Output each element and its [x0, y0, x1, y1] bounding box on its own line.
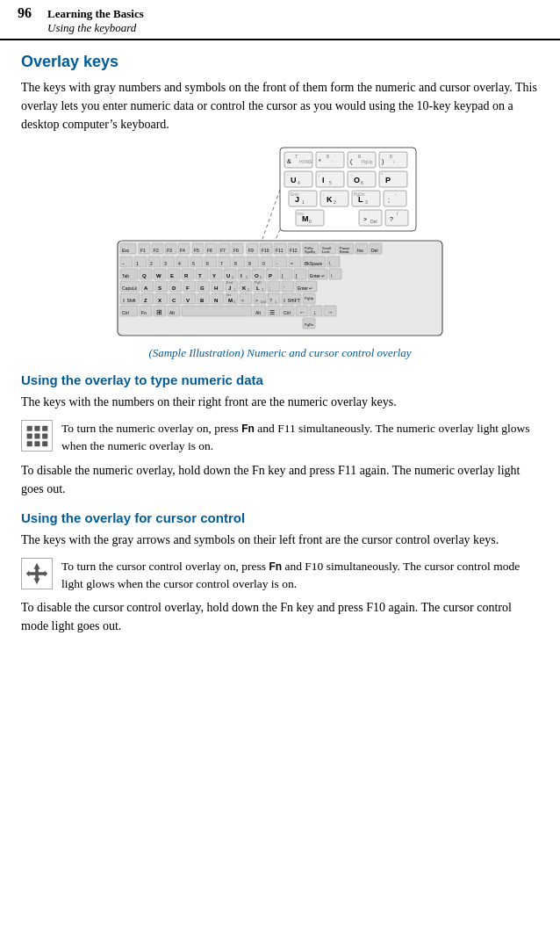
note-text-cursor-on: To turn the cursor control overlay on, p…: [61, 558, 539, 594]
numeric-data-title: Using the overlay to type numeric data: [21, 372, 539, 387]
svg-text:.: .: [254, 293, 255, 297]
svg-text:W: W: [156, 273, 162, 278]
svg-text:O: O: [255, 273, 259, 278]
keyboard-svg: & 7 HOME * 8 ↑ ( 9 PgUp ) 0 / U ← 4: [113, 146, 456, 339]
svg-text:End: End: [291, 192, 298, 197]
svg-text:7: 7: [220, 261, 223, 266]
svg-text:Fn: Fn: [141, 310, 147, 315]
svg-rect-240: [182, 306, 252, 316]
svg-text:0: 0: [309, 219, 312, 224]
svg-text:F9: F9: [248, 248, 254, 253]
page-header: 96 Learning the Basics Using the keyboar…: [0, 0, 560, 40]
svg-text:F3: F3: [167, 248, 172, 253]
svg-text:3: 3: [164, 261, 167, 266]
svg-text:1: 1: [136, 261, 139, 266]
svg-text:Esc: Esc: [122, 248, 130, 253]
numeric-data-body2: To disable the numeric overlay, hold dow…: [21, 461, 539, 498]
svg-text:V: V: [186, 298, 190, 303]
svg-text:F6: F6: [207, 248, 212, 253]
svg-text:': ': [284, 285, 284, 291]
svg-text:?: ?: [269, 298, 272, 303]
svg-text:↓: ↓: [313, 309, 317, 315]
svg-text:<: <: [241, 298, 244, 303]
svg-text:Alt: Alt: [255, 310, 261, 315]
svg-text:D: D: [172, 285, 176, 291]
svg-rect-257: [42, 426, 47, 431]
cursor-overlay-icon: [21, 558, 53, 589]
svg-text:Ctrl: Ctrl: [284, 310, 291, 315]
overlay-keys-body: The keys with gray numbers and symbols o…: [21, 78, 539, 134]
svg-text:O: O: [354, 176, 360, 184]
svg-text:→: →: [253, 268, 256, 272]
svg-text:←: ←: [286, 172, 291, 177]
svg-text:2: 2: [334, 199, 336, 205]
svg-text:,: ,: [369, 211, 370, 216]
svg-text:E: E: [170, 273, 174, 278]
svg-text:↑: ↑: [331, 159, 334, 164]
svg-text:9: 9: [248, 261, 251, 266]
svg-text:⊞: ⊞: [156, 308, 162, 316]
note-text-numeric-on: To turn the numeric overlay on, press Fn…: [61, 420, 539, 456]
svg-text:F11: F11: [276, 248, 284, 253]
svg-text:&: &: [287, 158, 291, 164]
svg-text:←: ←: [299, 309, 305, 315]
svg-text:Lock: Lock: [322, 249, 329, 254]
svg-marker-264: [26, 562, 48, 584]
svg-text:5: 5: [192, 261, 195, 266]
svg-text:N: N: [214, 298, 218, 303]
svg-text:?: ?: [390, 216, 393, 222]
svg-text:F2: F2: [154, 248, 159, 253]
svg-text:G: G: [200, 285, 205, 291]
svg-text:Enter ↵: Enter ↵: [298, 285, 312, 291]
svg-text:*: *: [381, 172, 383, 177]
overlay-keys-title: Overlay keys: [21, 53, 539, 71]
svg-text:Q: Q: [142, 273, 147, 278]
svg-text:5: 5: [329, 180, 332, 185]
svg-text:PgDn: PgDn: [354, 192, 365, 197]
svg-text:U: U: [226, 273, 230, 278]
svg-text:F: F: [186, 285, 190, 291]
svg-text:>: >: [255, 298, 258, 303]
svg-text:;: ;: [269, 285, 270, 291]
svg-text:M: M: [228, 298, 233, 303]
svg-text:K: K: [327, 195, 333, 204]
svg-text:>: >: [363, 216, 367, 222]
cursor-icon-svg: [25, 561, 49, 586]
svg-text:SysRq: SysRq: [305, 249, 315, 254]
svg-text:↓: ↓: [318, 172, 320, 177]
svg-text:PgD: PgD: [255, 280, 262, 285]
svg-text:X: X: [158, 298, 162, 303]
svg-text:Del: Del: [261, 300, 266, 304]
svg-text:J: J: [228, 285, 231, 291]
svg-text:H: H: [214, 285, 218, 291]
svg-text:Enter ↵: Enter ↵: [310, 273, 325, 278]
svg-text:6: 6: [361, 180, 363, 185]
svg-text:F10: F10: [262, 248, 269, 253]
svg-text:Ins: Ins: [357, 248, 363, 253]
keyboard-figure: & 7 HOME * 8 ↑ ( 9 PgUp ) 0 / U ← 4: [21, 146, 539, 360]
svg-text:0: 0: [390, 154, 392, 159]
svg-rect-263: [42, 441, 47, 446]
svg-text:C: C: [172, 298, 176, 303]
svg-text:): ): [382, 158, 384, 165]
svg-text:*: *: [319, 158, 321, 164]
svg-text:P: P: [385, 176, 391, 184]
fn-key-label: Fn: [241, 423, 255, 435]
svg-text:Alt: Alt: [169, 310, 175, 315]
svg-rect-29: [379, 171, 407, 187]
svg-text:2: 2: [150, 261, 153, 266]
svg-text:Ins: Ins: [298, 211, 304, 216]
svg-text:F4: F4: [180, 248, 185, 253]
keyboard-caption: (Sample Illustration) Numeric and cursor…: [148, 346, 411, 360]
svg-text:;: ;: [388, 197, 390, 203]
svg-text:L: L: [256, 285, 260, 291]
svg-rect-258: [27, 433, 32, 438]
svg-text:Ins: Ins: [226, 293, 231, 297]
svg-text:F12: F12: [290, 248, 298, 253]
fn-key-label4: Fn: [280, 601, 293, 614]
svg-rect-259: [34, 433, 39, 438]
svg-text:9: 9: [358, 154, 361, 159]
svg-rect-262: [34, 441, 39, 446]
svg-text:Tab: Tab: [122, 273, 129, 278]
svg-text:F1: F1: [140, 248, 146, 253]
